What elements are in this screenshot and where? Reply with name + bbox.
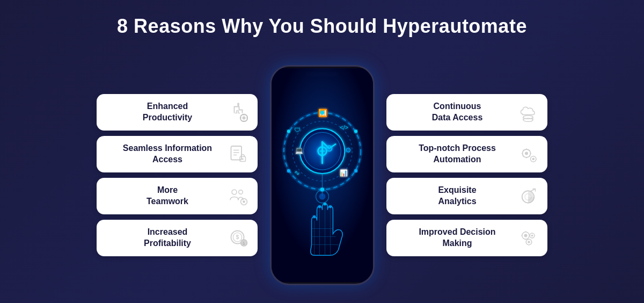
- card-label-top-notch-process-automation: Top-notch ProcessAutomation: [397, 143, 517, 165]
- svg-point-71: [319, 193, 325, 200]
- svg-point-87: [532, 158, 535, 161]
- svg-point-1: [243, 117, 246, 120]
- card-exquisite-analytics: ExquisiteAnalytics: [386, 178, 547, 214]
- svg-point-108: [528, 241, 530, 243]
- svg-point-56: [287, 169, 290, 172]
- phone-screen: 📶 🛡 </> ⚙ 📊 ∿ 💻: [272, 67, 373, 284]
- svg-line-21: [242, 200, 243, 200]
- analytics-icon: [517, 185, 539, 207]
- cloud-data-icon: [517, 102, 539, 123]
- svg-point-67: [318, 205, 321, 208]
- svg-point-54: [354, 169, 357, 172]
- svg-text:$: $: [236, 234, 239, 240]
- svg-point-14: [239, 190, 243, 194]
- svg-point-13: [232, 190, 237, 194]
- phone-screen-svg: 📶 🛡 </> ⚙ 📊 ∿ 💻: [272, 68, 373, 283]
- page-wrapper: 8 Reasons Why You Should Hyperautomate E…: [0, 0, 644, 303]
- svg-point-69: [328, 205, 331, 208]
- card-label-seamless-information-access: Seamless InformationAccess: [107, 143, 228, 165]
- content-area: EnhancedProductivity: [0, 47, 644, 303]
- card-label-improved-decision-making: Improved DecisionMaking: [397, 227, 517, 249]
- svg-text:🛡: 🛡: [294, 126, 300, 134]
- phone-shell: 📶 🛡 </> ⚙ 📊 ∿ 💻: [270, 65, 375, 285]
- center-phone: 📶 🛡 </> ⚙ 📊 ∿ 💻: [263, 60, 381, 291]
- card-label-continuous-data-access: ContinuousData Access: [397, 101, 517, 124]
- svg-point-66: [313, 215, 316, 218]
- svg-point-96: [524, 234, 528, 237]
- svg-point-12: [242, 158, 244, 160]
- card-more-teamwork: MoreTeamwork: [97, 178, 258, 214]
- svg-point-16: [243, 200, 245, 203]
- svg-line-83: [529, 156, 530, 157]
- svg-point-44: [328, 147, 330, 149]
- svg-point-53: [354, 129, 357, 133]
- svg-text:📊: 📊: [340, 169, 348, 177]
- svg-line-23: [242, 204, 243, 204]
- svg-point-57: [287, 129, 290, 133]
- svg-point-52: [320, 111, 324, 114]
- upload-settings-icon: [228, 102, 249, 123]
- money-coin-icon: $ $: [228, 227, 249, 249]
- svg-line-24: [246, 200, 246, 200]
- decision-gear-icon: [517, 227, 539, 249]
- card-enhanced-productivity: EnhancedProductivity: [97, 94, 258, 131]
- svg-line-85: [529, 150, 530, 150]
- svg-text:∿: ∿: [294, 169, 299, 177]
- svg-line-22: [246, 204, 246, 204]
- svg-point-77: [525, 152, 528, 155]
- card-label-increased-profitability: IncreasedProfitability: [107, 227, 228, 249]
- svg-line-82: [523, 150, 524, 150]
- card-label-enhanced-productivity: EnhancedProductivity: [107, 101, 228, 124]
- card-label-more-teamwork: MoreTeamwork: [107, 185, 228, 207]
- gear-process-icon: [517, 143, 539, 165]
- left-cards: EnhancedProductivity: [97, 94, 258, 256]
- card-seamless-information-access: Seamless InformationAccess: [97, 136, 258, 172]
- document-lock-icon: [228, 143, 249, 165]
- svg-text:</>: </>: [340, 124, 348, 131]
- card-top-notch-process-automation: Top-notch ProcessAutomation: [386, 136, 547, 172]
- svg-text:⚙: ⚙: [345, 146, 352, 154]
- card-increased-profitability: IncreasedProfitability $ $: [97, 220, 258, 256]
- team-settings-icon: [228, 185, 249, 207]
- svg-text:💻: 💻: [295, 146, 303, 154]
- svg-line-84: [523, 156, 524, 157]
- page-title: 8 Reasons Why You Should Hyperautomate: [106, 0, 538, 47]
- svg-marker-6: [237, 103, 240, 107]
- card-continuous-data-access: ContinuousData Access: [386, 94, 547, 131]
- right-cards: ContinuousData Access Top-notch Process: [386, 94, 547, 256]
- svg-text:$: $: [243, 241, 245, 246]
- svg-point-102: [531, 235, 533, 237]
- card-label-exquisite-analytics: ExquisiteAnalytics: [397, 185, 517, 207]
- card-improved-decision-making: Improved DecisionMaking: [386, 220, 547, 256]
